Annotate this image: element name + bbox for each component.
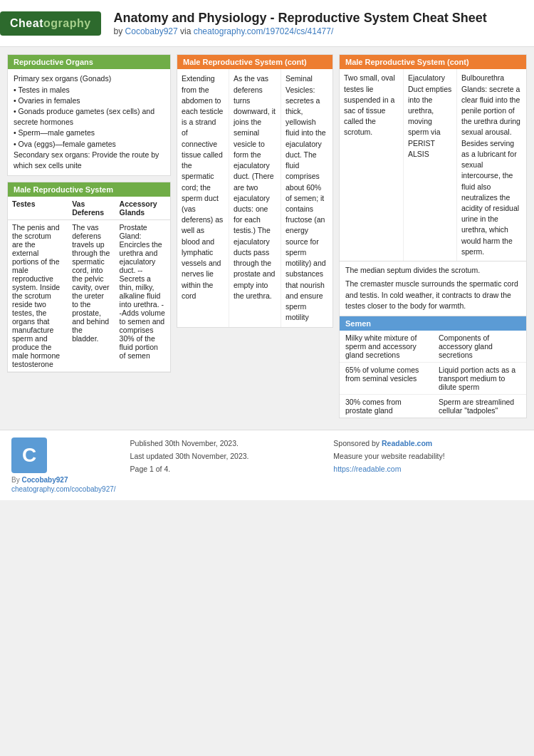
right-col: Male Reproductive System (cont) Two smal… (339, 54, 527, 418)
middle-col: Male Reproductive System (cont) Extendin… (177, 54, 333, 328)
repro-line-1: Primary sex organs (Gonads) (14, 73, 164, 84)
testes-desc: The penis and the scrotum are the extern… (8, 220, 68, 372)
repro-line-6: • Ova (eggs)—female gametes (14, 139, 164, 150)
repro-line-2: • Testes in males (14, 85, 164, 95)
top-row: Reproductive Organs Primary sex organs (… (7, 54, 527, 418)
main-content: Reproductive Organs Primary sex organs (… (0, 47, 534, 425)
page-num: Page 1 of 4. (130, 463, 320, 476)
semen-r3-c2: Sperm are streamlined cellular "tadpoles… (433, 395, 526, 418)
col-accessory: Accessory Glands (115, 197, 170, 220)
updated-date: Last updated 30th November, 2023. (130, 450, 320, 463)
male-repro-header: Male Reproductive System (8, 182, 170, 197)
reproductive-organs-header: Reproductive Organs (8, 55, 170, 69)
cont2-top-col2: Ejaculatory Duct empties into the urethr… (404, 69, 457, 261)
cont2-body: Two small, oval testes lie suspended in … (340, 69, 526, 418)
page-title: Anatomy and Physiology - Reproductive Sy… (114, 10, 487, 26)
male-repro-cont2-box: Male Reproductive System (cont) Two smal… (339, 54, 527, 418)
cont2-top-col3: Bulbourethra Glands: secrete a clear flu… (457, 69, 526, 261)
logo: Cheatography (0, 11, 101, 36)
footer-middle: Published 30th November, 2023. Last upda… (130, 437, 320, 476)
semen-section: Semen Milky white mixture of sperm and a… (340, 316, 526, 418)
male-table-row-1: The penis and the scrotum are the extern… (8, 220, 170, 372)
semen-row-1: Milky white mixture of sperm and accesso… (340, 331, 526, 363)
sponsor-desc: Measure your website readability! (333, 450, 523, 463)
cont1-col2: As the vas deferens turns downward, it j… (229, 69, 281, 327)
header-text: Anatomy and Physiology - Reproductive Sy… (114, 10, 487, 36)
cont1-body: Extending from the abdomen to each testi… (177, 69, 333, 327)
male-repro-table: Testes Vas Deferens Accessory Glands The… (8, 197, 170, 372)
cont2-top-table: Two small, oval testes lie suspended in … (340, 69, 526, 262)
cont1-col3: Seminal Vesicles: secretes a thick, yell… (281, 69, 333, 327)
note-1: The median septum divides the scrotum. (345, 265, 520, 276)
footer-left: C By Cocobaby927 cheatography.com/cocoba… (11, 437, 116, 493)
vas-desc: The vas deferens travels up through the … (68, 220, 115, 372)
semen-r1-c1: Milky white mixture of sperm and accesso… (340, 331, 433, 363)
semen-r2-c2: Liquid portion acts as a transport mediu… (433, 363, 526, 395)
site-link[interactable]: cheatography.com/197024/cs/41477/ (194, 26, 334, 36)
footer-right: Sponsored by Readable.com Measure your w… (333, 437, 523, 476)
note-2: The cremaster muscle surrounds the sperm… (345, 279, 520, 312)
male-table-header-row: Testes Vas Deferens Accessory Glands (8, 197, 170, 220)
author-name[interactable]: Cocobaby927 (21, 476, 68, 484)
repro-line-7: Secondary sex organs: Provide the route … (14, 150, 164, 171)
semen-r1-c2: Components of accessory gland secretions (433, 331, 526, 363)
semen-table: Milky white mixture of sperm and accesso… (340, 331, 526, 418)
footer: C By Cocobaby927 cheatography.com/cocoba… (0, 430, 534, 500)
male-repro-cont2-header: Male Reproductive System (cont) (340, 55, 526, 69)
author-link[interactable]: Cocobaby927 (125, 26, 178, 36)
col-testes: Testes (8, 197, 68, 220)
male-repro-box: Male Reproductive System Testes Vas Defe… (7, 182, 171, 373)
repro-line-4: • Gonads produce gametes (sex cells) and… (14, 106, 164, 128)
repro-line-3: • Ovaries in females (14, 95, 164, 106)
col-vas: Vas Deferens (68, 197, 115, 220)
cont2-notes: The median septum divides the scrotum. T… (340, 262, 526, 316)
sponsor-name[interactable]: Readable.com (382, 439, 432, 447)
sponsor-link[interactable]: https://readable.com (333, 463, 523, 476)
page-byline: by Cocobaby927 via cheatography.com/1970… (114, 26, 487, 36)
footer-site-link[interactable]: cheatography.com/cocobaby927/ (11, 485, 116, 493)
left-col: Reproductive Organs Primary sex organs (… (7, 54, 171, 373)
published-date: Published 30th November, 2023. (130, 437, 320, 450)
cont2-top-col1: Two small, oval testes lie suspended in … (340, 69, 404, 261)
semen-row-2: 65% of volume comes from seminal vesicle… (340, 363, 526, 395)
repro-line-5: • Sperm—male gametes (14, 128, 164, 138)
footer-author: By Cocobaby927 (11, 476, 116, 484)
semen-r2-c1: 65% of volume comes from seminal vesicle… (340, 363, 433, 395)
accessory-desc: Prostate Gland: Encircles the urethra an… (115, 220, 170, 372)
semen-header: Semen (340, 316, 526, 331)
reproductive-organs-box: Reproductive Organs Primary sex organs (… (7, 54, 171, 176)
male-repro-cont1-box: Male Reproductive System (cont) Extendin… (177, 54, 333, 328)
sponsored-by: Sponsored by Readable.com (333, 437, 523, 450)
male-repro-cont1-header: Male Reproductive System (cont) (177, 55, 333, 69)
semen-r3-c1: 30% comes from prostate gland (340, 395, 433, 418)
reproductive-organs-body: Primary sex organs (Gonads) • Testes in … (8, 69, 170, 175)
page-header: Cheatography Anatomy and Physiology - Re… (0, 0, 534, 47)
semen-row-3: 30% comes from prostate gland Sperm are … (340, 395, 526, 418)
cont1-col1: Extending from the abdomen to each testi… (177, 69, 229, 327)
footer-logo: C (11, 437, 47, 473)
